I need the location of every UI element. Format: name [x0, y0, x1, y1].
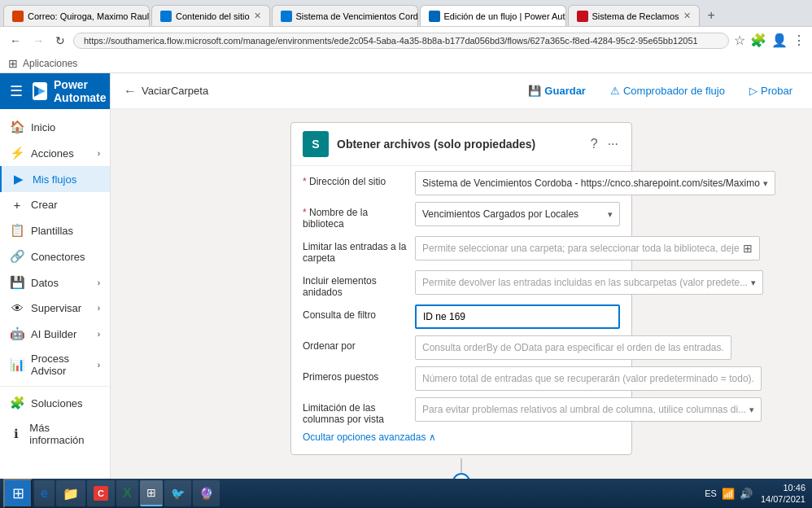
tab-sistema-venc[interactable]: Sistema de Vencimientos Cordo... ✕: [272, 5, 418, 26]
field-row-direccion-sitio: Dirección del sitio Sistema de Vencimien…: [303, 171, 620, 195]
app2-icon: 🐦: [171, 487, 185, 500]
card1-icon-text: S: [312, 138, 319, 151]
input-ordenar-por[interactable]: Consulta orderBy de OData para especific…: [415, 335, 731, 360]
sidebar-item-crear[interactable]: + Crear: [0, 192, 110, 217]
excel-icon: X: [123, 486, 132, 501]
sidebar-label-acciones: Acciones: [31, 147, 74, 160]
sidebar-item-plantillas[interactable]: 📋 Plantillas: [0, 217, 110, 243]
tab-close-reclamos[interactable]: ✕: [683, 11, 691, 21]
sidebar-header[interactable]: ☰ Power Automate: [0, 73, 110, 109]
sidebar-item-ai-builder[interactable]: 🤖 AI Builder ›: [0, 321, 110, 347]
bookmark-button[interactable]: ☆: [734, 33, 745, 48]
taskbar: ⊞ e 📁 C X ⊞ 🐦 🔮 ES 📶 🔊 10:46 14/07/2021: [0, 479, 812, 508]
connector-line-top: [461, 458, 462, 473]
start-icon: ⊞: [12, 484, 24, 502]
tab-favicon-pa: [429, 11, 440, 22]
sidebar-item-soluciones[interactable]: 🧩 Soluciones: [0, 390, 110, 416]
value-consulta-filtro: [415, 304, 620, 329]
value-direccion-sitio: Sistema de Vencimientos Cordoba - https:…: [415, 171, 775, 195]
input-primeros-puestos[interactable]: Número total de entradas que se recupera…: [415, 366, 762, 391]
input-nombre-biblioteca[interactable]: Vencimientos Cargados por Locales ▾: [415, 202, 620, 226]
tab-correo[interactable]: Correo: Quiroga, Maximo Raul -... ✕: [3, 5, 150, 26]
start-button[interactable]: ⊞: [3, 479, 33, 508]
ai-chevron-icon: ›: [98, 330, 100, 339]
field-row-consulta-filtro: Consulta de filtro: [303, 304, 620, 329]
input-incluir-anidados[interactable]: Permite devolver las entradas incluidas …: [415, 270, 763, 295]
time-display: 10:46: [761, 482, 805, 493]
limitacion-columnas-dropdown-icon: ▾: [749, 405, 754, 415]
field-row-primeros-puestos: Primeros puestos Número total de entrada…: [303, 366, 620, 391]
sidebar-label-process-advisor: Process Advisor: [31, 353, 91, 377]
systray-volume-icon: 🔊: [740, 488, 753, 500]
date-display: 14/07/2021: [761, 493, 805, 505]
card1-more-button[interactable]: ···: [606, 135, 620, 153]
hamburger-button[interactable]: ☰: [7, 79, 26, 103]
sidebar-item-process-advisor[interactable]: 📊 Process Advisor ›: [0, 347, 110, 383]
tab-label-correo: Correo: Quiroga, Maximo Raul -...: [28, 11, 150, 21]
sidebar-item-mas-info[interactable]: ℹ Más información: [0, 416, 110, 452]
tab-contenido[interactable]: Contenido del sitio ✕: [151, 5, 270, 26]
taskbar-app2-button[interactable]: 🐦: [164, 480, 191, 506]
taskbar-pa-button[interactable]: ⊞: [140, 480, 163, 506]
limitar-entradas-placeholder: Permite seleccionar una carpeta; para se…: [422, 243, 740, 254]
taskbar-app3-button[interactable]: 🔮: [193, 480, 220, 506]
card1-header[interactable]: S Obtener archivos (solo propiedades) ? …: [291, 123, 631, 165]
tab-favicon-reclamos: [577, 11, 588, 22]
save-button[interactable]: 💾 Guardar: [522, 81, 592, 100]
back-arrow-icon: ←: [124, 84, 137, 99]
back-button[interactable]: ←: [7, 33, 24, 49]
sidebar-item-conectores[interactable]: 🔗 Conectores: [0, 243, 110, 269]
card1-actions: ? ···: [589, 135, 620, 153]
sidebar-item-acciones[interactable]: ⚡ Acciones ›: [0, 140, 110, 166]
top-bar: ← VaciarCarpeta 💾 Guardar ⚠ Comprobador …: [111, 73, 812, 109]
sidebar-item-datos[interactable]: 💾 Datos ›: [0, 269, 110, 296]
card1-title: Obtener archivos (solo propiedades): [337, 138, 581, 151]
limitacion-columnas-placeholder: Para evitar problemas relativos al umbra…: [422, 404, 746, 415]
consulta-filtro-input[interactable]: [423, 311, 612, 322]
input-limitacion-columnas[interactable]: Para evitar problemas relativos al umbra…: [415, 397, 762, 422]
taskbar-explorer-button[interactable]: 📁: [56, 480, 85, 506]
extensions-button[interactable]: 🧩: [750, 33, 766, 48]
systray: ES 📶 🔊: [700, 488, 757, 500]
address-input[interactable]: [73, 33, 729, 49]
incluir-anidados-placeholder: Permite devolver las entradas incluidas …: [422, 277, 748, 288]
reload-button[interactable]: ↻: [52, 33, 68, 49]
apps-bar: ⊞ Aplicaciones: [0, 54, 812, 73]
value-ordenar-por: Consulta orderBy de OData para especific…: [415, 335, 731, 360]
app-logo: [33, 82, 47, 100]
browser-menu-button[interactable]: ⋮: [792, 33, 805, 48]
sidebar-item-mis-flujos[interactable]: ▶ Mis flujos: [0, 166, 110, 192]
test-button[interactable]: ▷ Probar: [743, 81, 799, 100]
input-limitar-entradas[interactable]: Permite seleccionar una carpeta; para se…: [415, 236, 760, 261]
back-navigation[interactable]: ← VaciarCarpeta: [124, 84, 208, 99]
datos-chevron-icon: ›: [98, 278, 100, 287]
sidebar-item-supervisar[interactable]: 👁 Supervisar ›: [0, 296, 110, 321]
limitar-entradas-icon[interactable]: ⊞: [743, 242, 753, 255]
taskbar-excel-button[interactable]: X: [116, 480, 138, 506]
flow-checker-button[interactable]: ⚠ Comprobador de flujo: [604, 81, 731, 100]
profile-button[interactable]: 👤: [771, 33, 788, 48]
apps-grid-icon[interactable]: ⊞: [8, 57, 18, 70]
sidebar-label-crear: Crear: [31, 199, 58, 211]
advanced-link-text: Ocultar opciones avanzadas: [303, 431, 426, 443]
tab-power-automate[interactable]: Edición de un flujo | Power Auto... ✕: [420, 5, 566, 26]
power-automate-logo-icon: [33, 84, 47, 99]
forward-button[interactable]: →: [29, 33, 47, 49]
sidebar-divider: [0, 386, 110, 387]
new-tab-button[interactable]: +: [701, 5, 722, 26]
ie-icon: e: [41, 486, 48, 501]
sidebar-item-inicio[interactable]: 🏠 Inicio: [0, 114, 110, 140]
taskbar-ie-button[interactable]: e: [34, 480, 55, 506]
label-ordenar-por: Ordenar por: [303, 335, 408, 352]
taskbar-cnco-button[interactable]: C: [87, 480, 115, 506]
tab-close-contenido[interactable]: ✕: [254, 11, 261, 21]
advanced-options-link[interactable]: Ocultar opciones avanzadas ∧: [303, 431, 620, 443]
value-limitacion-columnas: Para evitar problemas relativos al umbra…: [415, 397, 762, 422]
field-row-ordenar-por: Ordenar por Consulta orderBy de OData pa…: [303, 335, 620, 360]
label-direccion-sitio: Dirección del sitio: [303, 171, 408, 187]
input-consulta-filtro[interactable]: [415, 304, 620, 329]
input-direccion-sitio[interactable]: Sistema de Vencimientos Cordoba - https:…: [415, 171, 775, 195]
tab-reclamos[interactable]: Sistema de Reclamos ✕: [568, 5, 700, 26]
label-limitacion-columnas: Limitación de las columnas por vista: [303, 397, 408, 425]
card1-help-button[interactable]: ?: [589, 135, 600, 153]
